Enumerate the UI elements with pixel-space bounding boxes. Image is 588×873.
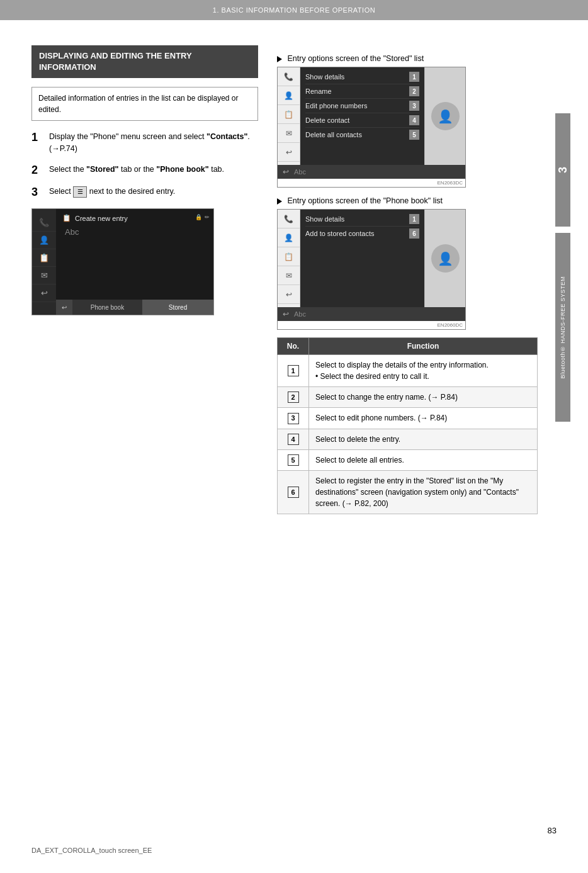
en-label-phonebook: EN2060DC <box>278 321 465 329</box>
phonebook-avatar: 👤 <box>431 244 460 273</box>
header-bar: 1. BASIC INFORMATION BEFORE OPERATION <box>0 0 588 20</box>
pb-badge-1: 1 <box>409 214 419 224</box>
table-row: 6 Select to register the entry in the "S… <box>278 471 538 514</box>
pb-icon-envelope: ✉ <box>278 266 300 285</box>
screen-abc-label: Abc <box>62 227 207 237</box>
table-row: 3 Select to edit phone numbers. (→ P.84) <box>278 408 538 429</box>
bluetooth-label-sidebar: Bluetooth® HANDS-FREE SYSTEM <box>555 233 570 422</box>
footer-filename: DA_EXT_COROLLA_touch screen_EE <box>31 847 152 854</box>
table-cell-text-6: Select to register the entry in the "Sto… <box>309 471 538 514</box>
num-box-2: 2 <box>288 391 299 403</box>
left-column: DISPLAYING AND EDITING THE ENTRY INFORMA… <box>31 45 258 514</box>
table-cell-num-3: 3 <box>278 408 309 429</box>
num-box-4: 4 <box>288 434 299 445</box>
screen-content: 📋 Create new entry 🔒 ✏ Abc ↩ Phone book … <box>56 209 213 315</box>
phonebook-icons-strip: 📞 👤 📋 ✉ ↩ <box>278 210 300 307</box>
phonebook-avatar-panel: 👤 <box>424 210 465 307</box>
pencil-icon: ✏ <box>205 214 210 220</box>
pb-icon-back: ↩ <box>278 285 300 304</box>
stored-icon-person: 👤 <box>278 86 300 105</box>
num-box-3: 3 <box>288 413 299 424</box>
stored-icons-strip: 📞 👤 📋 ✉ ↩ <box>278 67 300 165</box>
table-cell-text-3: Select to edit phone numbers. (→ P.84) <box>309 408 538 429</box>
phonebook-screen-label-text: Entry options screen of the "Phone book"… <box>287 196 443 205</box>
function-table: No. Function 1 Select to display the det… <box>277 337 538 514</box>
stored-icon-doc: 📋 <box>278 105 300 124</box>
step-number-1: 1 <box>31 131 44 145</box>
bluetooth-text: Bluetooth® HANDS-FREE SYSTEM <box>560 276 566 379</box>
screen-bottom-tabs: ↩ Phone book Stored <box>56 300 213 315</box>
step-number-2: 2 <box>31 164 44 177</box>
icon-person: 👤 <box>32 232 56 249</box>
stored-icon-phone: 📞 <box>278 67 300 86</box>
stored-badge-2: 2 <box>409 86 419 96</box>
pb-menu-item-1: Show details 1 <box>305 212 419 227</box>
num-box-1: 1 <box>288 365 299 376</box>
stored-back-icon: ↩ <box>283 167 289 176</box>
stored-badge-5: 5 <box>409 130 419 140</box>
table-cell-num-2: 2 <box>278 387 309 408</box>
tab-phonebook[interactable]: Phone book <box>72 300 143 315</box>
page-number: 83 <box>548 826 557 835</box>
table-row: 1 Select to display the details of the e… <box>278 355 538 387</box>
screen-doc-icon: 📋 <box>62 214 71 222</box>
header-title: 1. BASIC INFORMATION BEFORE OPERATION <box>213 6 375 14</box>
table-row: 4 Select to delete the entry. <box>278 429 538 449</box>
table-cell-num-6: 6 <box>278 471 309 514</box>
avatar: 👤 <box>431 102 460 130</box>
tab-stored[interactable]: Stored <box>143 300 213 315</box>
table-cell-text-4: Select to delete the entry. <box>309 429 538 449</box>
stored-screen-label: Entry options screen of the "Stored" lis… <box>277 54 538 63</box>
num-box-6: 6 <box>288 487 299 498</box>
pb-menu-text-6: Add to stored contacts <box>305 230 374 237</box>
stored-menu-item-5: Delete all contacts 5 <box>305 128 419 142</box>
step-2: 2 Select the "Stored" tab or the "Phone … <box>31 164 258 177</box>
stored-menu-text-4: Delete contact <box>305 116 349 124</box>
step-number-3: 3 <box>31 186 44 200</box>
lock-icon: 🔒 <box>195 214 202 220</box>
stored-abc: Abc <box>294 168 306 176</box>
stored-avatar-panel: 👤 <box>424 67 465 165</box>
arrow-icon-2 <box>277 198 282 205</box>
icon-back: ↩ <box>32 284 56 302</box>
icon-doc: 📋 <box>32 249 56 267</box>
section-number: 3 <box>557 167 570 173</box>
stored-menu-text-5: Delete all contacts <box>305 131 362 138</box>
pb-badge-6: 6 <box>409 228 419 239</box>
phonebook-back-icon: ↩ <box>283 310 289 318</box>
pb-icon-doc: 📋 <box>278 247 300 266</box>
stored-badge-1: 1 <box>409 72 419 82</box>
arrow-icon-1 <box>277 56 282 62</box>
stored-screen-mockup: 📞 👤 📋 ✉ ↩ Show details 1 Rename 2 <box>277 67 466 188</box>
screen-mockup-1: 📞 👤 📋 ✉ ↩ 📋 Create new entry 🔒 ✏ <box>31 208 214 315</box>
screen-icons-strip: 📞 👤 📋 ✉ ↩ <box>32 209 56 315</box>
screen-small-icons: 🔒 ✏ <box>195 214 210 220</box>
stored-icon-envelope: ✉ <box>278 124 300 143</box>
stored-bottom-bar: ↩ Abc <box>278 165 465 179</box>
table-row: 2 Select to change the entry name. (→ P.… <box>278 387 538 408</box>
step-text-1: Display the "Phone" menu screen and sele… <box>49 131 258 155</box>
pb-icon-person: 👤 <box>278 228 300 247</box>
table-cell-text-2: Select to change the entry name. (→ P.84… <box>309 387 538 408</box>
table-cell-num-5: 5 <box>278 449 309 470</box>
phonebook-screen-label: Entry options screen of the "Phone book"… <box>277 196 538 205</box>
section-title: DISPLAYING AND EDITING THE ENTRY INFORMA… <box>31 45 258 78</box>
table-header-function: Function <box>309 338 538 355</box>
step-text-2: Select the "Stored" tab or the "Phone bo… <box>49 164 258 176</box>
table-row: 5 Select to delete all entries. <box>278 449 538 470</box>
icon-envelope: ✉ <box>32 267 56 284</box>
table-cell-text-5: Select to delete all entries. <box>309 449 538 470</box>
table-cell-num-1: 1 <box>278 355 309 387</box>
en-label-stored: EN2063DC <box>278 179 465 187</box>
stored-menu-item-4: Delete contact 4 <box>305 113 419 128</box>
stored-menu-item-1: Show details 1 <box>305 70 419 84</box>
stored-menu-item-2: Rename 2 <box>305 84 419 99</box>
phonebook-menu-area: Show details 1 Add to stored contacts 6 <box>300 210 424 307</box>
phonebook-bottom-bar: ↩ Abc <box>278 307 465 321</box>
section-number-indicator: 3 <box>555 113 570 227</box>
stored-menu-text-1: Show details <box>305 73 344 81</box>
stored-screen-label-text: Entry options screen of the "Stored" lis… <box>287 54 424 63</box>
step-3: 3 Select ☰ next to the desired entry. <box>31 186 258 200</box>
create-entry-label: Create new entry <box>75 215 128 222</box>
main-content: DISPLAYING AND EDITING THE ENTRY INFORMA… <box>0 20 588 539</box>
